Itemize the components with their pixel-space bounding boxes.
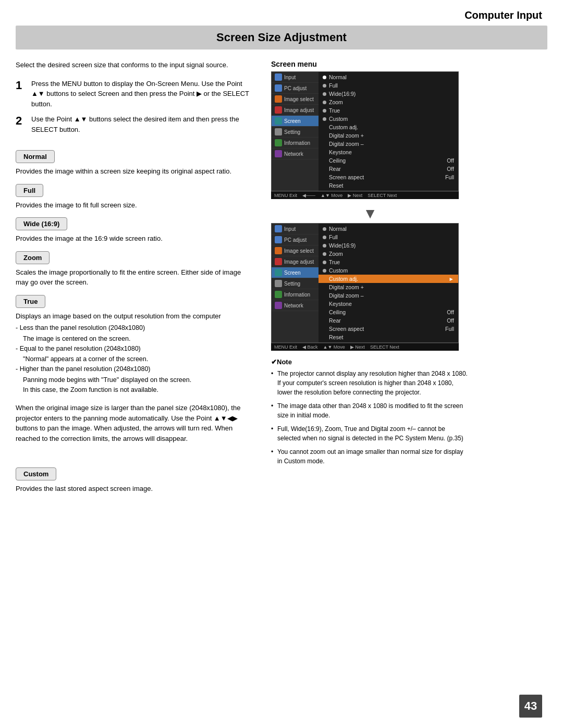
true-desc: Displays an image based on the output re… <box>16 311 255 322</box>
osd-sidebar-item-setting: Setting <box>272 278 319 289</box>
header-title: Computer Input <box>464 9 542 21</box>
osd-item-wide(16:9): Wide(16:9) <box>319 241 458 250</box>
main-content: Select the desired screen size that conf… <box>0 60 563 496</box>
true-label: True <box>16 295 45 308</box>
osd-icon-blue <box>275 236 282 243</box>
wide-desc: Provides the image at the 16:9 wide scre… <box>16 233 255 244</box>
osd-icon-blue <box>275 84 282 92</box>
osd-icon-teal <box>275 269 282 276</box>
osd-bottom-1: MENU Exit ◀—— ▲▼ Move ▶ Next SELECT Next <box>271 191 459 199</box>
osd-item-keystone: Keystone <box>319 148 458 156</box>
step-2-text: Use the Point ▲▼ buttons select the desi… <box>31 114 255 134</box>
osd-sidebar-item-network: Network <box>272 149 319 159</box>
step-1-num: 1 <box>16 79 26 109</box>
osd-item-full: Full <box>319 233 458 241</box>
osd-icon-orange <box>275 247 282 254</box>
osd-sidebar-item-pc-adjust: PC adjust <box>272 235 319 245</box>
osd-icon-orange <box>275 95 282 103</box>
normal-desc: Provides the image within a screen size … <box>16 166 255 177</box>
note-item: Full, Wide(16:9), Zoom, True and Digital… <box>271 424 469 443</box>
osd-icon-red <box>275 106 282 114</box>
osd-item-screen-aspect: Screen aspectFull <box>319 325 458 333</box>
osd-item-custom: Custom <box>319 266 458 275</box>
osd-item-reset: Reset <box>319 333 458 341</box>
osd-icon-gray <box>275 128 282 135</box>
osd-sidebar-item-pc-adjust: PC adjust <box>272 83 319 94</box>
true-sub1b: The image is centered on the screen. <box>23 334 255 344</box>
osd-icon-red <box>275 258 282 265</box>
osd-icon-purple <box>275 302 282 309</box>
note-title: ✔Note <box>271 358 469 366</box>
zoom-desc: Scales the image proportionally to fit t… <box>16 267 255 288</box>
step-1: 1 Press the MENU button to display the O… <box>16 79 255 109</box>
osd-main-2: NormalFullWide(16:9)ZoomTrueCustomCustom… <box>319 224 458 342</box>
true-sub3b: Panning mode begins with "True" displaye… <box>23 375 255 385</box>
true-sub3c: In this case, the Zoom function is not a… <box>23 385 255 395</box>
osd-menu-1: InputPC adjustImage selectImage adjustSc… <box>271 71 459 199</box>
note-item: The image data other than 2048 x 1080 is… <box>271 401 469 420</box>
full-label: Full <box>16 184 43 197</box>
osd-menu-2: InputPC adjustImage selectImage adjustSc… <box>271 223 459 351</box>
intro-text: Select the desired screen size that conf… <box>16 60 255 70</box>
osd-sidebar-item-screen: Screen <box>272 116 319 127</box>
osd-sidebar-item-information: Information <box>272 289 319 300</box>
page-header: Computer Input <box>0 0 563 26</box>
osd-item-screen-aspect: Screen aspectFull <box>319 173 458 181</box>
osd-sidebar-item-setting: Setting <box>272 127 319 138</box>
note-item: The projector cannot display any resolut… <box>271 369 469 397</box>
page-number: 43 <box>519 695 542 718</box>
custom-desc: Provides the last stored aspect screen i… <box>16 484 255 494</box>
osd-box-1: InputPC adjustImage selectImage adjustSc… <box>271 71 459 191</box>
screen-menu-label: Screen menu <box>271 60 469 68</box>
wide-label: Wide (16:9) <box>16 217 67 230</box>
osd-bottom-2: MENU Exit ◀ Back ▲▼ Move ▶ Next SELECT N… <box>271 343 459 351</box>
osd-sidebar-2: InputPC adjustImage selectImage adjustSc… <box>272 224 319 342</box>
note-item: You cannot zoom out an image smaller tha… <box>271 447 469 466</box>
step-1-text: Press the MENU button to display the On-… <box>31 79 255 109</box>
right-column: Screen menu InputPC adjustImage selectIm… <box>271 60 469 496</box>
osd-item-full: Full <box>319 81 458 90</box>
osd-sidebar-item-input: Input <box>272 224 319 235</box>
osd-item-wide(16:9): Wide(16:9) <box>319 90 458 98</box>
osd-icon-blue <box>275 225 282 232</box>
osd-item-ceiling: CeilingOff <box>319 156 458 165</box>
osd-item-digital-zoom-+: Digital zoom + <box>319 283 458 291</box>
osd-sidebar-item-input: Input <box>272 72 319 83</box>
true-sub1: - Less than the panel resolution (2048x1… <box>16 323 255 333</box>
true-pan: When the original image size is larger t… <box>16 403 255 443</box>
zoom-label: Zoom <box>16 251 50 264</box>
osd-item-rear: RearOff <box>319 316 458 325</box>
osd-sidebar-item-image-select: Image select <box>272 245 319 256</box>
osd-sidebar-item-image-select: Image select <box>272 94 319 105</box>
osd-item-normal: Normal <box>319 225 458 233</box>
osd-item-zoom: Zoom <box>319 250 458 258</box>
true-sub2: - Equal to the panel resolution (2048x10… <box>16 344 255 354</box>
osd-sidebar-item-network: Network <box>272 300 319 311</box>
left-column: Select the desired screen size that conf… <box>16 60 255 496</box>
step-2: 2 Use the Point ▲▼ buttons select the de… <box>16 114 255 134</box>
true-sub2b: "Normal" appears at a corner of the scre… <box>23 354 255 364</box>
osd-box-2: InputPC adjustImage selectImage adjustSc… <box>271 223 459 343</box>
osd-item-normal: Normal <box>319 73 458 81</box>
osd-item-digital-zoom-+: Digital zoom + <box>319 131 458 140</box>
osd-item-true: True <box>319 106 458 115</box>
arrow-down: ▼ <box>271 206 469 221</box>
osd-sidebar-item-image-adjust: Image adjust <box>272 105 319 116</box>
osd-icon-blue <box>275 73 282 81</box>
normal-label: Normal <box>16 150 55 163</box>
osd-item-custom: Custom <box>319 115 458 123</box>
osd-item-ceiling: CeilingOff <box>319 308 458 316</box>
section-title: Screen Size Adjustment <box>16 26 547 50</box>
osd-icon-gray <box>275 280 282 287</box>
osd-item-digital-zoom-–: Digital zoom – <box>319 291 458 300</box>
osd-item-reset: Reset <box>319 181 458 190</box>
osd-icon-purple <box>275 150 282 157</box>
osd-sidebar-item-information: Information <box>272 138 319 149</box>
osd-item-custom-adj.: Custom adj.► <box>319 275 458 283</box>
step-2-num: 2 <box>16 114 26 134</box>
osd-icon-green <box>275 139 282 146</box>
osd-icon-green <box>275 291 282 298</box>
osd-item-rear: RearOff <box>319 165 458 173</box>
osd-item-keystone: Keystone <box>319 300 458 308</box>
true-sub3: - Higher than the panel resolution (2048… <box>16 364 255 374</box>
